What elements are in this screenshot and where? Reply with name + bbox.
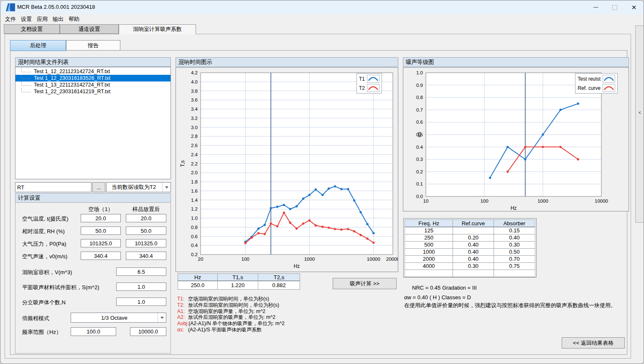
- menu-file[interactable]: 文件: [4, 15, 17, 23]
- svg-text:10000: 10000: [595, 199, 608, 204]
- svg-text:2.8: 2.8: [191, 134, 198, 139]
- subtab-report[interactable]: 报告: [66, 40, 120, 51]
- close-icon: ✕: [631, 4, 637, 10]
- list-item[interactable]: Test 1_12_221123142724_RT.txt: [15, 68, 171, 75]
- sample-area-label: 平面吸声材料试件面积，S(m^2): [22, 284, 99, 291]
- svg-text:2.6: 2.6: [191, 143, 198, 148]
- back-to-results-button[interactable]: << 返回结果表格: [562, 337, 625, 349]
- table-row[interactable]: 250.0 1.220 0.882: [178, 281, 300, 290]
- col-freq: Freq. Hz: [405, 219, 453, 227]
- freq-range-label: 频率范围（Hz）: [22, 328, 61, 336]
- tree-branch-icon: [21, 81, 31, 86]
- subtab-postprocess[interactable]: 后处理: [10, 40, 66, 51]
- collapse-panel-strip[interactable]: <: [635, 25, 644, 223]
- legend-label-t2: T2: [359, 85, 365, 91]
- freq-max-field[interactable]: [130, 327, 166, 336]
- svg-text:20000: 20000: [386, 257, 398, 262]
- svg-text:1.4: 1.4: [191, 198, 198, 203]
- menu-output[interactable]: 输出: [51, 15, 65, 23]
- absorber-count-field[interactable]: [116, 298, 166, 306]
- table-header-row: Hz T1,s T2,s: [178, 273, 300, 281]
- table-row-empty: [405, 270, 535, 277]
- svg-text:0.9: 0.9: [416, 83, 423, 88]
- tab-document-settings[interactable]: 文档设置: [4, 24, 60, 34]
- humidity-field-1[interactable]: [81, 227, 121, 235]
- air-temp-field-1[interactable]: [81, 214, 121, 222]
- combo-value: 当前数据读取为T2: [107, 183, 162, 191]
- minimize-icon: [593, 7, 598, 8]
- svg-text:1.0: 1.0: [191, 216, 198, 221]
- tree-branch-icon: [21, 68, 31, 72]
- svg-text:αs: αs: [416, 132, 422, 137]
- calc-settings-title: 计算设置: [15, 193, 171, 203]
- table-row[interactable]: 1000 0.40 0.50: [405, 249, 535, 256]
- grade-chart-box: 0.00.10.20.30.40.50.60.70.80.91.01010010…: [403, 67, 629, 211]
- table-header-row: Freq. Hz Ref.curve Absorber: [405, 219, 535, 227]
- annotation-block: T1:空场混响室的混响时间，单位为秒(s) T2:放试件后混响室的混响时间，单位…: [177, 296, 285, 333]
- room-volume-field[interactable]: [116, 267, 166, 276]
- rt-chart: 0.20.40.60.81.01.21.41.61.82.02.22.42.62…: [176, 68, 398, 272]
- menu-settings[interactable]: 设置: [20, 15, 33, 23]
- table-row[interactable]: 500 0.40 0.30: [405, 242, 535, 249]
- octave-mode-combobox[interactable]: 1/3 Octave: [71, 313, 166, 323]
- list-item[interactable]: Test 1_22_230316141219_RT.txt: [15, 88, 171, 95]
- sound-speed-field-2[interactable]: [126, 252, 166, 260]
- annotation-line: A1:空场混响室的吸声量，单位为: m^2: [177, 308, 285, 315]
- minimize-button[interactable]: [586, 0, 605, 14]
- table-row[interactable]: 2000 0.40 0.70: [405, 256, 535, 263]
- tab-reverberation-absorption[interactable]: 混响室计算吸声系数: [119, 24, 196, 34]
- tab-channel-settings[interactable]: 通道设置: [60, 24, 119, 34]
- maximize-button[interactable]: [605, 0, 624, 14]
- menu-help[interactable]: 帮助: [67, 15, 81, 23]
- svg-text:3.4: 3.4: [191, 107, 198, 112]
- chevron-down-icon: [158, 313, 166, 322]
- annotation-line: Aobj:(A2-A1)/N 单个物体的吸声量，单位为: m^2: [177, 321, 285, 327]
- blue-curve-icon: [603, 75, 615, 83]
- file-name: Test 1_13_221123142724_RT.txt: [34, 82, 110, 88]
- pressure-field-2[interactable]: [126, 239, 166, 247]
- humidity-label: 相对湿度, RH (%): [22, 228, 65, 235]
- absorption-calc-button[interactable]: 吸声计算 >>: [333, 278, 397, 289]
- pressure-field-1[interactable]: [81, 239, 121, 247]
- tree-branch-icon: [21, 75, 31, 79]
- col-header-empty-room: 空场（1）: [81, 206, 121, 213]
- air-temp-field-2[interactable]: [126, 214, 166, 222]
- list-item[interactable]: Test 1_13_221123142724_RT.txt: [15, 81, 171, 88]
- svg-text:0.2: 0.2: [416, 169, 423, 174]
- svg-text:2.2: 2.2: [191, 161, 198, 166]
- pressure-label: 大气压力，P0(Pa): [22, 240, 66, 248]
- sample-area-field[interactable]: [116, 283, 166, 291]
- grade-result-table: Freq. Hz Ref.curve Absorber 125 0.15 250…: [405, 219, 535, 277]
- file-list-panel-title: 混时间结果文件列表: [15, 57, 171, 67]
- humidity-field-2[interactable]: [126, 227, 166, 235]
- blue-curve-icon: [367, 75, 379, 83]
- main-tab-strip: 文档设置 通道设置 混响室计算吸声系数: [0, 24, 644, 34]
- rt-suffix-input[interactable]: [15, 182, 92, 192]
- alphaw-result-text: αw = 0.40 ( H ) Classes = D: [404, 294, 471, 300]
- svg-text:0.0: 0.0: [416, 194, 423, 199]
- svg-text:100: 100: [242, 257, 249, 262]
- menu-apply[interactable]: 应用: [36, 15, 49, 23]
- sound-speed-field-1[interactable]: [81, 252, 121, 260]
- grade-chart-panel-title: 吸声等级图: [403, 57, 629, 67]
- svg-text:2.4: 2.4: [191, 152, 198, 157]
- legend-label-t1: T1: [359, 76, 365, 82]
- rt-result-table: Hz T1,s T2,s 250.0 1.220 0.882: [178, 273, 300, 290]
- sound-speed-label: 空气声速，v0(m/s): [22, 253, 67, 260]
- table-row[interactable]: 4000 0.30 0.75: [405, 263, 535, 270]
- col-hz: Hz: [178, 273, 218, 281]
- red-curve-icon: [367, 84, 379, 92]
- list-item-selected[interactable]: Test 1_12_230316183526_RT.txt: [15, 75, 171, 81]
- annotation-line: T1:空场混响室的混响时间，单位为秒(s): [177, 296, 285, 302]
- browse-button[interactable]: ...: [92, 182, 105, 192]
- svg-text:T,s: T,s: [180, 160, 186, 167]
- close-button[interactable]: ✕: [624, 0, 644, 14]
- table-row[interactable]: 250 0.20 0.40: [405, 234, 535, 242]
- data-read-combobox[interactable]: 当前数据读取为T2: [106, 182, 171, 192]
- room-volume-label: 混响室容积，V(m^3): [22, 269, 72, 276]
- rt-file-list: Test 1_12_221123142724_RT.txt Test 1_12_…: [15, 67, 171, 179]
- freq-min-field[interactable]: [71, 327, 116, 336]
- tree-branch-icon: [21, 88, 31, 92]
- table-row[interactable]: 125 0.15: [405, 227, 535, 234]
- rt-chart-legend: T1 T2: [356, 73, 382, 94]
